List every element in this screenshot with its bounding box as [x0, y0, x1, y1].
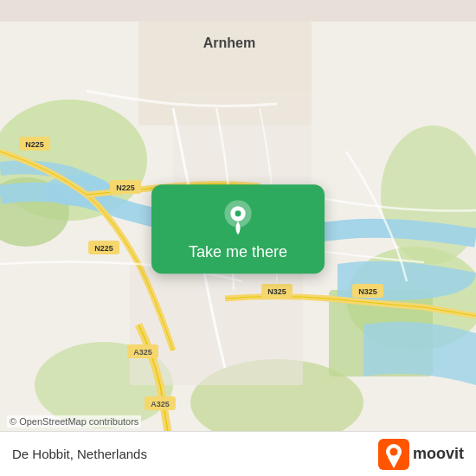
location-pin-icon [221, 200, 255, 235]
moovit-logo[interactable]: moovit [378, 439, 464, 470]
svg-text:Arnhem: Arnhem [203, 35, 255, 50]
map-container: N225 N225 N225 N325 N325 A325 A325 Arnhe… [0, 0, 476, 476]
moovit-brand-icon [378, 439, 409, 470]
bottom-bar: De Hobbit, Netherlands moovit [0, 431, 476, 476]
svg-point-29 [235, 210, 241, 216]
location-name: De Hobbit, Netherlands [12, 447, 147, 461]
take-me-there-card[interactable]: Take me there [151, 184, 325, 273]
svg-text:N325: N325 [267, 287, 286, 296]
svg-text:A325: A325 [151, 400, 170, 408]
copyright-notice: © OpenStreetMap contributors [7, 415, 141, 428]
moovit-brand-text: moovit [413, 445, 464, 463]
svg-text:A325: A325 [133, 348, 152, 357]
svg-text:N325: N325 [358, 287, 377, 296]
svg-text:N225: N225 [25, 140, 44, 149]
take-me-there-label: Take me there [189, 243, 287, 261]
svg-text:N225: N225 [116, 183, 135, 192]
svg-text:N225: N225 [94, 244, 113, 253]
svg-point-33 [389, 447, 397, 455]
